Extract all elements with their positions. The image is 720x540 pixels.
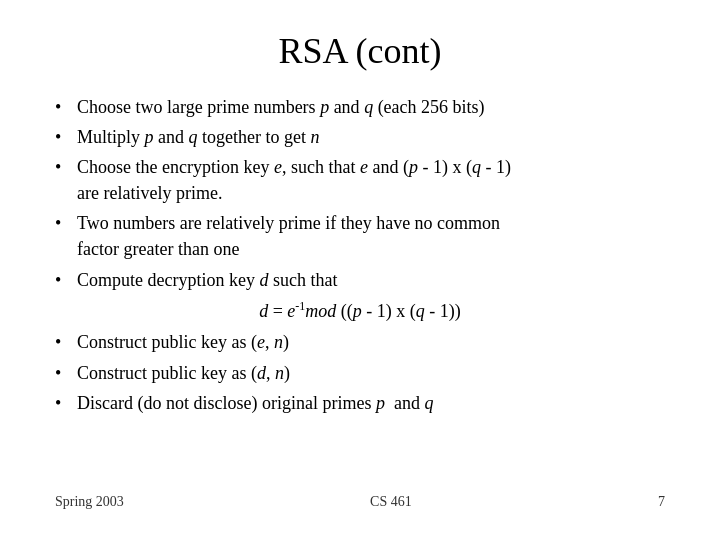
bullet-text: Discard (do not disclose) original prime… xyxy=(77,390,433,416)
footer-left: Spring 2003 xyxy=(55,494,124,510)
bullet-dot: • xyxy=(55,390,77,416)
bullet-text: Two numbers are relatively prime if they… xyxy=(77,210,500,262)
slide-content: • Choose two large prime numbers p and q… xyxy=(55,94,665,488)
list-item: • Choose the encryption key e, such that… xyxy=(55,154,665,206)
bullet-dot: • xyxy=(55,267,77,293)
bullet-dot: • xyxy=(55,154,77,180)
footer-right: 7 xyxy=(658,494,665,510)
bullet-list: • Choose two large prime numbers p and q… xyxy=(55,94,665,416)
bullet-text: Choose the encryption key e, such that e… xyxy=(77,154,511,206)
bullet-dot: • xyxy=(55,124,77,150)
formula: d = e-1mod ((p - 1) x (q - 1)) xyxy=(55,297,665,326)
bullet-text: Multiply p and q together to get n xyxy=(77,124,319,150)
list-item: • Discard (do not disclose) original pri… xyxy=(55,390,665,416)
list-item: d = e-1mod ((p - 1) x (q - 1)) xyxy=(55,297,665,326)
slide-footer: Spring 2003 CS 461 7 xyxy=(55,488,665,510)
list-item: • Construct public key as (d, n) xyxy=(55,360,665,386)
list-item: • Two numbers are relatively prime if th… xyxy=(55,210,665,262)
list-item: • Compute decryption key d such that xyxy=(55,267,665,293)
bullet-text: Choose two large prime numbers p and q (… xyxy=(77,94,485,120)
bullet-dot: • xyxy=(55,210,77,236)
bullet-dot: • xyxy=(55,329,77,355)
list-item: • Choose two large prime numbers p and q… xyxy=(55,94,665,120)
list-item: • Multiply p and q together to get n xyxy=(55,124,665,150)
list-item: • Construct public key as (e, n) xyxy=(55,329,665,355)
footer-center: CS 461 xyxy=(370,494,412,510)
slide: RSA (cont) • Choose two large prime numb… xyxy=(0,0,720,540)
bullet-dot: • xyxy=(55,360,77,386)
bullet-dot: • xyxy=(55,94,77,120)
bullet-text: Construct public key as (d, n) xyxy=(77,360,290,386)
bullet-text: Construct public key as (e, n) xyxy=(77,329,289,355)
bullet-text: Compute decryption key d such that xyxy=(77,267,337,293)
slide-title: RSA (cont) xyxy=(55,30,665,72)
